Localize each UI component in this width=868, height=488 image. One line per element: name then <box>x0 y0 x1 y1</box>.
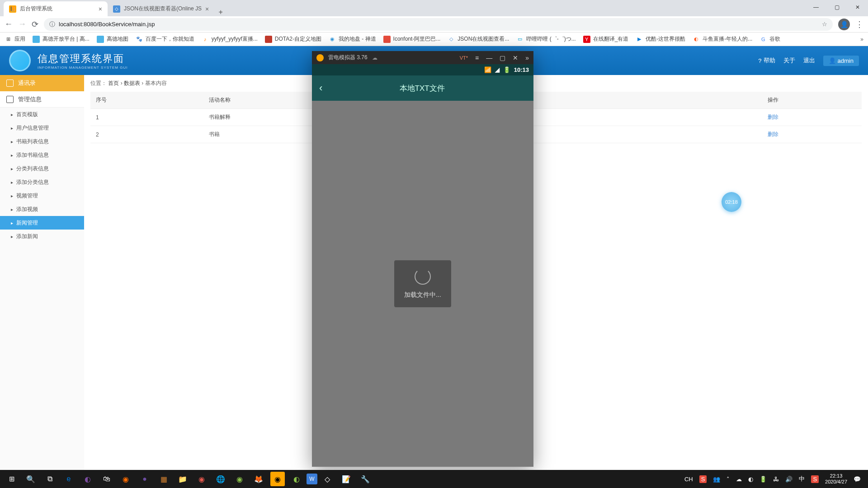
tab-close-icon[interactable]: × <box>205 5 209 13</box>
cloud-icon[interactable]: ☁ <box>372 55 377 61</box>
sidebar-item[interactable]: 添加新闻 <box>0 230 84 243</box>
bookmark-item[interactable]: 高德开放平台 | 高... <box>33 35 90 43</box>
bookmark-favicon: 🐾 <box>136 36 143 43</box>
tray-network-icon[interactable]: 🖧 <box>773 476 779 483</box>
user-badge[interactable]: 👤admin <box>823 56 859 66</box>
task-view-button[interactable]: ⧉ <box>41 470 59 488</box>
taskbar-app-eclipse[interactable]: ◐ <box>79 470 97 488</box>
taskbar-app[interactable]: 📝 <box>337 470 355 488</box>
search-button[interactable]: 🔍 <box>22 470 40 488</box>
emulator-minimize-button[interactable]: — <box>486 54 492 61</box>
browser-tab-active[interactable]: 📙 后台管理系统 × <box>4 1 108 16</box>
taskbar-app[interactable]: ◉ <box>117 470 135 488</box>
manage-icon <box>6 96 14 103</box>
sidebar-item[interactable]: 分类列表信息 <box>0 162 84 175</box>
bookmark-item[interactable]: ♪yyfyyf_yyfyyf直播... <box>202 35 258 43</box>
window-maximize-button[interactable]: ▢ <box>826 0 847 14</box>
tray-battery-icon[interactable]: 🔋 <box>760 476 767 483</box>
address-bar[interactable]: ⓘ localhost:8080/BookService/main.jsp ☆ <box>44 18 833 31</box>
bookmark-favicon: Y <box>583 36 590 43</box>
taskbar-app[interactable]: 🔧 <box>356 470 374 488</box>
profile-avatar[interactable]: 👤 <box>838 19 850 30</box>
taskbar-app[interactable]: ◐ <box>288 470 306 488</box>
tray-ime-icon[interactable]: S <box>699 475 707 483</box>
sidebar-item[interactable]: 用户信息管理 <box>0 121 84 135</box>
breadcrumb-link[interactable]: 数据表 <box>124 80 140 86</box>
tray-icon[interactable]: ☁ <box>736 476 742 483</box>
bookmark-item[interactable]: ▭哔哩哔哩 (゜-゜)つ... <box>516 35 576 43</box>
emulator-expand-icon[interactable]: » <box>525 54 529 61</box>
back-button[interactable]: ← <box>5 19 13 29</box>
emulator-close-button[interactable]: ✕ <box>513 54 518 61</box>
bookmark-item[interactable]: DOTA2-自定义地图 <box>265 35 321 43</box>
window-close-button[interactable]: ✕ <box>847 0 868 14</box>
bookmarks-overflow-icon[interactable]: » <box>860 36 863 42</box>
browser-menu-button[interactable]: ⋮ <box>855 19 863 29</box>
breadcrumb-current: 基本内容 <box>145 80 167 86</box>
taskbar-clock[interactable]: 22:13 2020/4/27 <box>825 473 847 485</box>
taskbar-app-explorer[interactable]: 📁 <box>174 470 192 488</box>
taskbar-app-chrome[interactable]: 🌐 <box>212 470 230 488</box>
emulator-maximize-button[interactable]: ▢ <box>500 54 505 61</box>
taskbar-app-edge[interactable]: e <box>60 470 78 488</box>
vt-indicator[interactable]: VT* <box>460 55 468 61</box>
notifications-button[interactable]: 💬 <box>854 476 861 483</box>
bookmark-item[interactable]: ▶优酷-这世界很酷 <box>636 35 685 43</box>
help-link[interactable]: ?帮助 <box>758 56 775 65</box>
taskbar-app-store[interactable]: 🛍 <box>98 470 116 488</box>
sidebar-item[interactable]: 首页模版 <box>0 108 84 121</box>
sidebar-item[interactable]: 书籍列表信息 <box>0 135 84 148</box>
tray-volume-icon[interactable]: 🔊 <box>785 476 793 483</box>
taskbar-app[interactable]: ◉ <box>193 470 211 488</box>
tab-close-icon[interactable]: × <box>99 5 102 13</box>
bookmark-item[interactable]: 高德地图 <box>97 35 128 43</box>
tray-lang[interactable]: CH <box>684 476 693 483</box>
bookmark-item[interactable]: ◐斗鱼直播-年轻人的... <box>693 35 752 43</box>
sidebar-item[interactable]: 添加视频 <box>0 202 84 216</box>
bookmark-item[interactable]: 🐾百度一下，你就知道 <box>136 35 194 43</box>
sidebar-item[interactable]: 视频管理 <box>0 189 84 202</box>
sidebar-category-contacts[interactable]: 通讯录 <box>0 75 84 91</box>
taskbar-app[interactable]: ◇ <box>318 470 336 488</box>
bookmark-item[interactable]: Iconfont-阿里巴巴... <box>383 35 441 43</box>
new-tab-button[interactable]: + <box>214 8 227 16</box>
phone-back-button[interactable]: ‹ <box>319 82 322 94</box>
taskbar-app-ldplayer[interactable]: ◉ <box>270 472 285 486</box>
tray-ime3-icon[interactable]: S <box>811 475 819 483</box>
emulator-menu-icon[interactable]: ≡ <box>475 54 479 61</box>
bookmark-item[interactable]: ⊞应用 <box>5 35 25 43</box>
browser-tab[interactable]: ◇ JSON在线视图查看器(Online JS × <box>108 1 214 16</box>
taskbar-app-android[interactable]: ◉ <box>231 470 249 488</box>
site-info-icon[interactable]: ⓘ <box>49 20 55 28</box>
taskbar-app[interactable]: ▦ <box>155 470 173 488</box>
delete-link[interactable]: 删除 <box>762 109 862 126</box>
forward-button[interactable]: → <box>18 19 26 29</box>
taskbar-app-firefox[interactable]: 🦊 <box>250 470 268 488</box>
sidebar-item[interactable]: 添加分类信息 <box>0 175 84 189</box>
taskbar-app[interactable]: W <box>307 474 317 484</box>
tray-icon[interactable]: ◐ <box>748 476 753 483</box>
delete-link[interactable]: 删除 <box>762 126 862 143</box>
bookmark-item[interactable]: ◇JSON在线视图查看... <box>448 35 509 43</box>
emulator-window[interactable]: 雷电模拟器 3.76 ☁ VT* ≡ — ▢ ✕ » 📶 ◢ 🔋 10:13 ‹… <box>312 51 533 467</box>
tray-people-icon[interactable]: 👥 <box>713 476 720 483</box>
floating-timer-badge[interactable]: 02:18 <box>722 192 741 212</box>
bookmark-item[interactable]: G谷歌 <box>760 35 780 43</box>
taskbar-app[interactable]: ● <box>136 470 154 488</box>
reload-button[interactable]: ⟳ <box>32 19 38 29</box>
tray-up-icon[interactable]: ˄ <box>726 476 730 483</box>
logout-link[interactable]: 退出 <box>803 56 815 65</box>
emulator-titlebar[interactable]: 雷电模拟器 3.76 ☁ VT* ≡ — ▢ ✕ » <box>312 51 533 64</box>
breadcrumb-home[interactable]: 首页 <box>108 80 119 86</box>
sidebar-item-active[interactable]: 新闻管理 <box>0 216 84 230</box>
start-button[interactable]: ⊞ <box>3 470 21 488</box>
bookmark-star-icon[interactable]: ☆ <box>822 21 827 28</box>
window-minimize-button[interactable]: — <box>806 0 826 14</box>
sidebar-category-manage[interactable]: 管理信息 <box>0 91 84 108</box>
phone-body: 加载文件中... <box>312 101 533 467</box>
bookmark-item[interactable]: Y在线翻译_有道 <box>583 35 629 43</box>
sidebar-item[interactable]: 添加书籍信息 <box>0 148 84 162</box>
tray-ime2[interactable]: 中 <box>799 475 805 483</box>
about-link[interactable]: 关于 <box>783 56 795 65</box>
bookmark-item[interactable]: ◉我的地盘 - 禅道 <box>329 35 376 43</box>
